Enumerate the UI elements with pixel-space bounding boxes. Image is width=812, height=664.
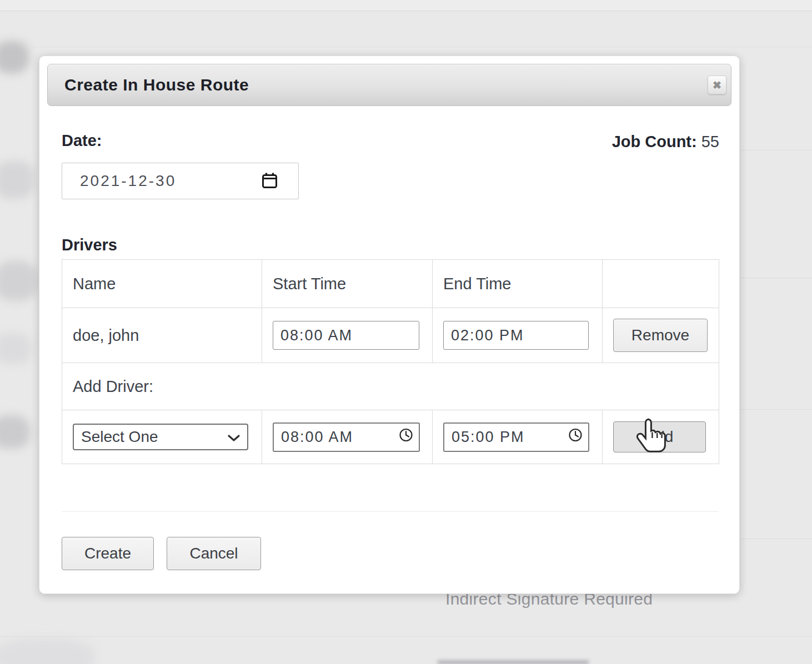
- drivers-table: Name Start Time End Time doe, john: [62, 259, 719, 464]
- add-start-cell: [262, 410, 433, 464]
- calendar-icon[interactable]: [262, 172, 278, 192]
- dialog-header: Create In House Route ✖: [47, 64, 731, 106]
- add-driver-row: Select One: [62, 410, 719, 464]
- background-blur-blob: [0, 41, 29, 73]
- close-button[interactable]: ✖: [708, 76, 726, 94]
- clock-icon[interactable]: [568, 428, 583, 446]
- create-button[interactable]: Create: [62, 537, 154, 570]
- driver-action-cell: Remove: [603, 308, 719, 363]
- add-driver-select-cell: Select One: [62, 410, 262, 464]
- drivers-table-header-row: Name Start Time End Time: [62, 260, 719, 308]
- background-blur-blob: [0, 161, 34, 199]
- driver-select[interactable]: Select One: [73, 424, 248, 450]
- background-blur-blob: [0, 415, 30, 449]
- date-label: Date:: [62, 132, 102, 150]
- add-driver-button[interactable]: Add: [613, 421, 706, 452]
- add-start-time-wrap: [273, 422, 420, 452]
- chevron-down-icon: [227, 428, 240, 446]
- drivers-heading: Drivers: [62, 236, 117, 254]
- add-driver-label-row: Add Driver:: [62, 363, 719, 410]
- job-count-label: Job Count:: [612, 133, 697, 150]
- add-start-time-input[interactable]: [273, 422, 420, 452]
- job-count-value: 55: [701, 133, 719, 150]
- close-icon: ✖: [713, 79, 721, 92]
- driver-name: doe, john: [62, 308, 262, 363]
- background-divider: [741, 539, 812, 539]
- column-header-end-time: End Time: [433, 260, 603, 308]
- footer-divider: [62, 511, 719, 512]
- column-header-start-time: Start Time: [262, 260, 433, 308]
- dialog-title: Create In House Route: [64, 64, 249, 105]
- end-time-wrap: [443, 321, 589, 350]
- page-background: Indirect Signature Required Create In Ho…: [0, 0, 812, 664]
- background-divider: [741, 278, 812, 278]
- background-divider: [0, 636, 812, 637]
- job-count: Job Count: 55: [612, 133, 719, 151]
- driver-start-time-input[interactable]: [273, 321, 419, 350]
- clock-icon[interactable]: [399, 428, 413, 446]
- add-end-cell: [433, 410, 603, 464]
- add-action-cell: Add: [603, 410, 719, 464]
- background-divider: [741, 409, 812, 410]
- column-header-actions: [603, 260, 719, 308]
- driver-start-cell: [262, 308, 433, 363]
- start-time-wrap: [273, 321, 419, 350]
- driver-end-time-input[interactable]: [443, 321, 589, 350]
- background-blur-blob: [0, 638, 94, 664]
- column-header-name: Name: [62, 260, 262, 308]
- driver-select-value: Select One: [81, 428, 158, 446]
- driver-row: doe, john Remove: [62, 308, 719, 363]
- add-end-time-wrap: [443, 422, 589, 452]
- background-top-strip: [0, 0, 812, 11]
- background-divider: [741, 150, 812, 150]
- date-field-wrap: [62, 163, 299, 199]
- background-blur-blob: [0, 261, 38, 301]
- add-end-time-input[interactable]: [443, 422, 589, 452]
- background-divider: [32, 47, 812, 47]
- background-smudge: [438, 660, 589, 664]
- create-in-house-route-dialog: Create In House Route ✖ Date: Job Count:…: [39, 56, 740, 594]
- remove-driver-button[interactable]: Remove: [613, 319, 708, 352]
- cancel-button[interactable]: Cancel: [167, 537, 261, 570]
- driver-end-cell: [433, 308, 603, 363]
- add-driver-label: Add Driver:: [62, 363, 719, 410]
- background-blur-blob: [0, 333, 31, 364]
